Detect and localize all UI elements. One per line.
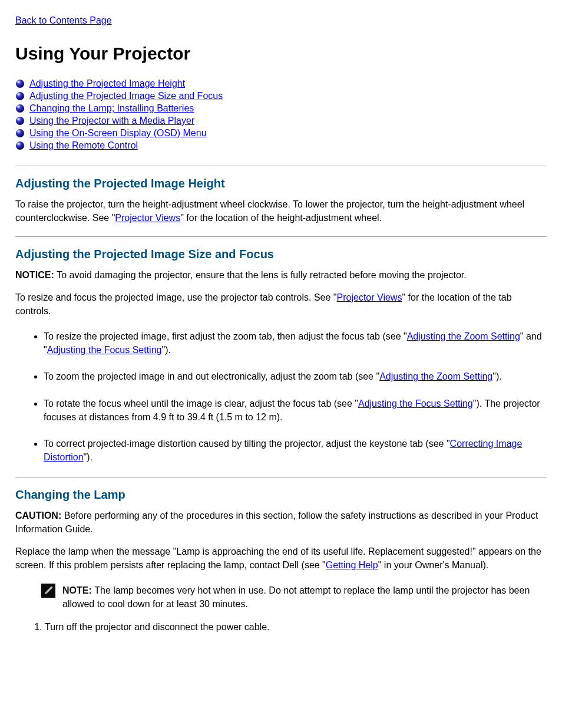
projector-views-link[interactable]: Projector Views [115, 213, 180, 223]
notice: NOTICE: To avoid damaging the projector,… [15, 268, 547, 282]
projector-views-link[interactable]: Projector Views [337, 292, 402, 302]
text: To zoom the projected image in and out e… [44, 371, 379, 381]
text: " in your Owner's Manual). [378, 560, 488, 570]
adjusting-focus-link[interactable]: Adjusting the Focus Setting [358, 398, 473, 409]
list-item: To correct projected-image distortion ca… [44, 437, 547, 464]
svg-point-11 [17, 143, 20, 145]
bullet-sphere-icon [15, 141, 25, 150]
section-body: Replace the lamp when the message "Lamp … [15, 545, 547, 572]
svg-point-5 [17, 106, 20, 108]
note-pencil-icon [41, 584, 55, 598]
text: " for the location of the height-adjustm… [180, 213, 382, 223]
adjusting-zoom-link[interactable]: Adjusting the Zoom Setting [407, 331, 520, 341]
text: To resize and focus the projected image,… [15, 292, 337, 302]
caution-body: Before performing any of the procedures … [15, 510, 538, 534]
toc-link[interactable]: Adjusting the Projected Image Size and F… [29, 91, 223, 101]
caution: CAUTION: Before performing any of the pr… [15, 509, 547, 536]
caution-label: CAUTION: [15, 510, 64, 521]
divider [15, 477, 547, 477]
text: "). [84, 452, 92, 462]
notice-body: To avoid damaging the projector, ensure … [57, 270, 467, 280]
text: To rotate the focus wheel until the imag… [44, 398, 358, 409]
list-item: To zoom the projected image in and out e… [44, 370, 547, 383]
note: NOTE: The lamp becomes very hot when in … [41, 584, 547, 611]
section-heading-lamp: Changing the Lamp [15, 488, 547, 502]
bullet-sphere-icon [15, 104, 25, 113]
note-text: NOTE: The lamp becomes very hot when in … [62, 584, 547, 611]
toc-link[interactable]: Using the Projector with a Media Player [29, 116, 194, 126]
text: To resize the projected image, first adj… [44, 331, 407, 341]
list-item: To rotate the focus wheel until the imag… [44, 397, 547, 424]
svg-point-3 [17, 93, 20, 95]
instruction-list: To resize the projected image, first adj… [15, 330, 547, 464]
back-to-contents-link[interactable]: Back to Contents Page [15, 15, 112, 25]
bullet-sphere-icon [15, 116, 25, 126]
divider [15, 236, 547, 237]
svg-point-10 [16, 141, 24, 150]
svg-point-2 [16, 92, 24, 100]
bullet-sphere-icon [15, 129, 25, 138]
svg-point-8 [16, 129, 24, 137]
page-title: Using Your Projector [15, 44, 547, 64]
svg-point-7 [17, 118, 20, 120]
toc-link[interactable]: Using the On-Screen Display (OSD) Menu [29, 128, 207, 139]
section-intro: To resize and focus the projected image,… [15, 291, 547, 318]
section-body: To raise the projector, turn the height-… [15, 197, 547, 225]
toc-link[interactable]: Adjusting the Projected Image Height [29, 78, 185, 89]
toc-link[interactable]: Changing the Lamp; Installing Batteries [29, 103, 194, 114]
svg-point-1 [17, 81, 20, 83]
notice-label: NOTICE: [15, 270, 57, 280]
section-heading-height: Adjusting the Projected Image Height [15, 177, 547, 190]
toc-link[interactable]: Using the Remote Control [29, 140, 138, 151]
divider [15, 166, 547, 166]
svg-point-0 [16, 80, 24, 88]
svg-point-4 [16, 104, 24, 113]
getting-help-link[interactable]: Getting Help [326, 560, 378, 570]
svg-point-9 [17, 130, 20, 133]
adjusting-focus-link[interactable]: Adjusting the Focus Setting [47, 345, 162, 355]
adjusting-zoom-link[interactable]: Adjusting the Zoom Setting [379, 371, 492, 381]
text: "). [492, 371, 501, 381]
text: To correct projected-image distortion ca… [44, 439, 450, 449]
step-item: Turn off the projector and disconnect th… [45, 620, 547, 634]
list-item: To resize the projected image, first adj… [44, 330, 547, 357]
steps-list: Turn off the projector and disconnect th… [15, 620, 547, 634]
note-label: NOTE: [62, 585, 94, 595]
section-heading-size-focus: Adjusting the Projected Image Size and F… [15, 248, 547, 261]
toc-list: Adjusting the Projected Image Height Adj… [15, 78, 547, 151]
bullet-sphere-icon [15, 91, 25, 101]
bullet-sphere-icon [15, 79, 25, 88]
text: "). [161, 345, 170, 355]
svg-point-6 [16, 117, 24, 125]
note-body: The lamp becomes very hot when in use. D… [62, 585, 530, 609]
